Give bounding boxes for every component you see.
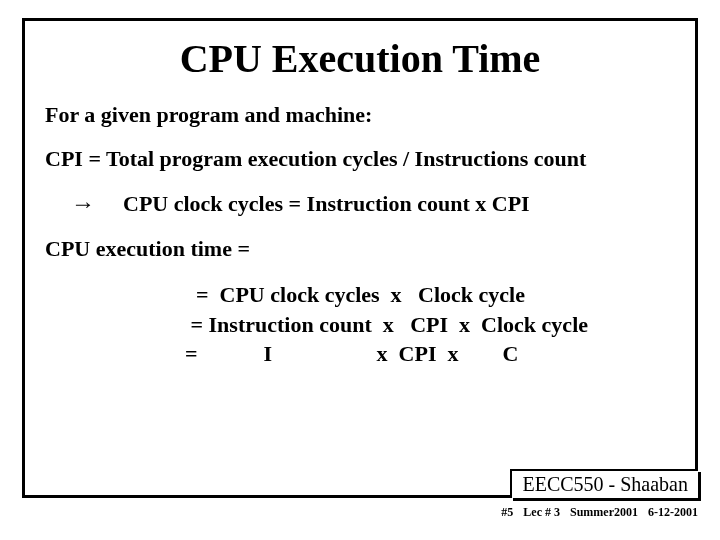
arrow-icon: → — [71, 190, 95, 218]
derived-line: → CPU clock cycles = Instruction count x… — [71, 190, 675, 218]
subtitle: For a given program and machine: — [45, 102, 675, 128]
slide-title: CPU Execution Time — [45, 35, 675, 82]
slide-frame: CPU Execution Time For a given program a… — [22, 18, 698, 498]
footer-date: 6-12-2001 — [648, 505, 698, 520]
derived-eq: CPU clock cycles = Instruction count x C… — [123, 191, 530, 217]
footer-term: Summer2001 — [570, 505, 638, 520]
footer-lec: Lec # 3 — [523, 505, 560, 520]
equation-block: = CPU clock cycles x Clock cycle = Instr… — [185, 280, 675, 369]
footer: #5 Lec # 3 Summer2001 6-12-2001 — [501, 505, 698, 520]
eq-line-2: = Instruction count x CPI x Clock cycle — [185, 312, 588, 337]
course-label: EECC550 - Shaaban — [510, 469, 698, 498]
eq-line-3: = I x CPI x C — [185, 341, 518, 366]
footer-slide: #5 — [501, 505, 513, 520]
cpi-definition: CPI = Total program execution cycles / I… — [45, 146, 675, 172]
exec-time-lead: CPU execution time = — [45, 236, 675, 262]
eq-line-1: = CPU clock cycles x Clock cycle — [185, 282, 525, 307]
